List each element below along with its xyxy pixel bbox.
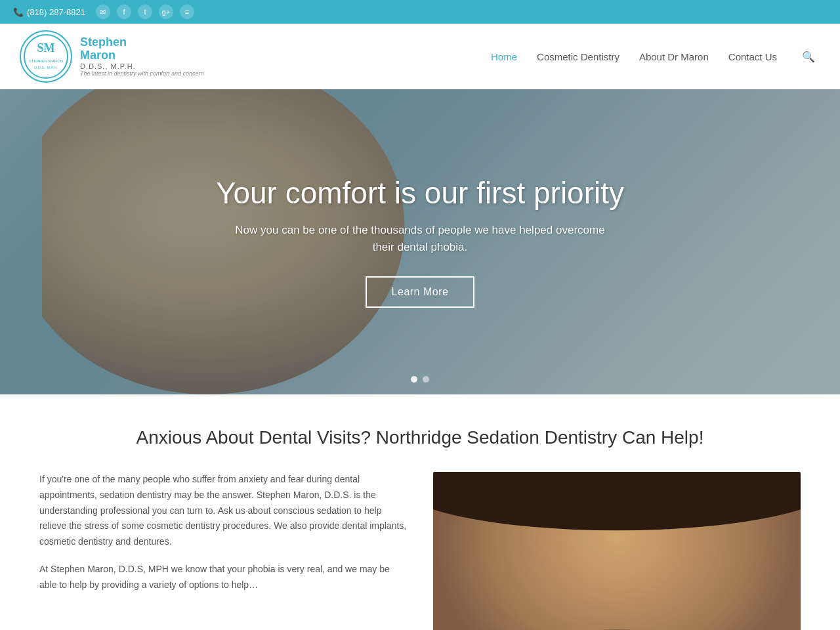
phone-icon: 📞 <box>13 7 24 17</box>
hero-title: Your comfort is our first priority <box>216 176 624 211</box>
logo[interactable]: SM STEPHEN MARON D.D.S., M.P.H. Stephen … <box>20 30 204 83</box>
hero-section: Your comfort is our first priority Now y… <box>0 89 840 394</box>
content-text-block: If you're one of the many people who suf… <box>39 472 407 605</box>
email-icon[interactable]: ✉ <box>96 5 110 19</box>
svg-text:STEPHEN MARON: STEPHEN MARON <box>29 59 63 63</box>
search-button[interactable]: 🔍 <box>797 48 820 66</box>
main-content: Anxious About Dental Visits? Northridge … <box>0 394 840 630</box>
facebook-icon[interactable]: f <box>117 5 131 19</box>
twitter-icon[interactable]: t <box>138 5 152 19</box>
doctor-image <box>433 472 801 630</box>
nav-cosmetic-dentistry[interactable]: Cosmetic Dentistry <box>537 49 620 65</box>
content-grid: If you're one of the many people who suf… <box>39 472 801 630</box>
hero-subtitle: Now you can be one of the thousands of p… <box>230 222 610 255</box>
hero-content: Your comfort is our first priority Now y… <box>190 176 650 308</box>
slide-dot-2[interactable] <box>423 376 429 383</box>
navbar: SM STEPHEN MARON D.D.S., M.P.H. Stephen … <box>0 24 840 89</box>
section-heading: Anxious About Dental Visits? Northridge … <box>39 427 801 448</box>
svg-text:D.D.S., M.P.H.: D.D.S., M.P.H. <box>34 66 58 70</box>
top-bar: 📞 (818) 287-8821 ✉ f t g+ ≡ <box>0 0 840 24</box>
nav-contact[interactable]: Contact Us <box>728 49 777 65</box>
nav-home[interactable]: Home <box>491 49 517 65</box>
svg-text:SM: SM <box>37 41 55 54</box>
logo-circle: SM STEPHEN MARON D.D.S., M.P.H. <box>20 30 72 83</box>
content-paragraph-2: At Stephen Maron, D.D.S, MPH we know tha… <box>39 562 407 593</box>
slide-dots <box>411 376 429 383</box>
learn-more-button[interactable]: Learn More <box>366 276 475 308</box>
slide-dot-1[interactable] <box>411 376 417 383</box>
nav-about[interactable]: About Dr Maron <box>639 49 709 65</box>
logo-text: Stephen Maron D.D.S., M.P.H. The latest … <box>80 36 204 77</box>
googleplus-icon[interactable]: g+ <box>159 5 173 19</box>
rss-icon[interactable]: ≡ <box>180 5 194 19</box>
nav-links: Home Cosmetic Dentistry About Dr Maron C… <box>491 48 820 66</box>
social-icons: ✉ f t g+ ≡ <box>96 5 194 19</box>
phone-number[interactable]: 📞 (818) 287-8821 <box>13 7 85 17</box>
content-paragraph-1: If you're one of the many people who suf… <box>39 472 407 550</box>
